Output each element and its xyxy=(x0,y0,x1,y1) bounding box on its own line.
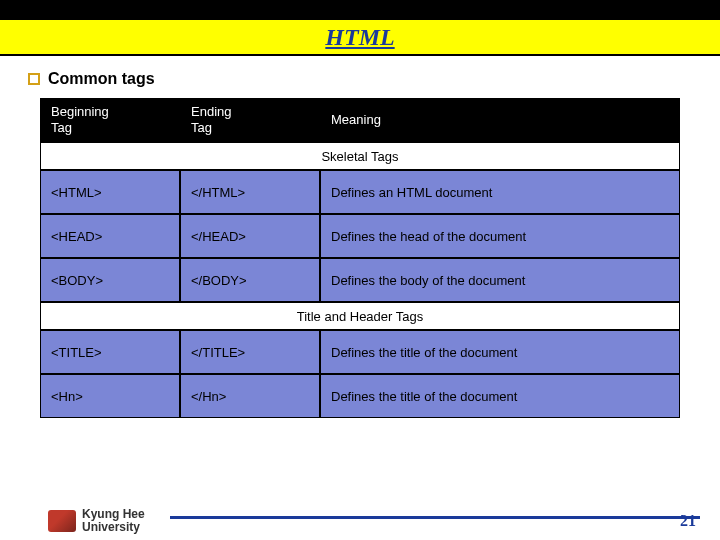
table-row: <TITLE> </TITLE> Defines the title of th… xyxy=(40,330,680,374)
section-title: Skeletal Tags xyxy=(40,142,680,170)
cell-end: </Hn> xyxy=(180,374,320,418)
cell-begin: <TITLE> xyxy=(40,330,180,374)
section-row: Skeletal Tags xyxy=(40,142,680,170)
university-logo-icon xyxy=(48,510,76,532)
table-row: <HTML> </HTML> Defines an HTML document xyxy=(40,170,680,214)
cell-begin: <HTML> xyxy=(40,170,180,214)
cell-begin: <HEAD> xyxy=(40,214,180,258)
header-meaning: Meaning xyxy=(320,98,680,142)
cell-end: </HTML> xyxy=(180,170,320,214)
cell-begin: <BODY> xyxy=(40,258,180,302)
cell-end: </HEAD> xyxy=(180,214,320,258)
title-bar: HTML xyxy=(0,20,720,56)
page-number: 21 xyxy=(680,512,696,530)
table-row: <Hn> </Hn> Defines the title of the docu… xyxy=(40,374,680,418)
cell-end: </BODY> xyxy=(180,258,320,302)
section-title: Title and Header Tags xyxy=(40,302,680,330)
cell-meaning: Defines the head of the document xyxy=(320,214,680,258)
footer-branding: Kyung Hee University xyxy=(48,508,700,534)
bullet-label: Common tags xyxy=(48,70,155,88)
university-line1: Kyung Hee xyxy=(82,508,145,521)
cell-meaning: Defines the title of the document xyxy=(320,330,680,374)
bullet-heading: Common tags xyxy=(28,70,692,88)
cell-begin: <Hn> xyxy=(40,374,180,418)
slide-title: HTML xyxy=(325,24,394,51)
university-line2: University xyxy=(82,521,145,534)
footer-divider xyxy=(170,516,700,519)
table-row: <HEAD> </HEAD> Defines the head of the d… xyxy=(40,214,680,258)
university-name: Kyung Hee University xyxy=(82,508,145,534)
cell-meaning: Defines the body of the document xyxy=(320,258,680,302)
header-beginning-tag: Beginning Tag xyxy=(40,98,180,142)
section-row: Title and Header Tags xyxy=(40,302,680,330)
footer: Kyung Hee University 21 xyxy=(0,508,720,534)
cell-meaning: Defines the title of the document xyxy=(320,374,680,418)
table-row: <BODY> </BODY> Defines the body of the d… xyxy=(40,258,680,302)
header-ending-tag: Ending Tag xyxy=(180,98,320,142)
cell-end: </TITLE> xyxy=(180,330,320,374)
tags-table: Beginning Tag Ending Tag Meaning Skeleta… xyxy=(40,98,680,418)
table-header-row: Beginning Tag Ending Tag Meaning xyxy=(40,98,680,142)
content-area: Common tags Beginning Tag Ending Tag Mea… xyxy=(0,56,720,418)
bullet-square-icon xyxy=(28,73,40,85)
cell-meaning: Defines an HTML document xyxy=(320,170,680,214)
top-black-bar xyxy=(0,0,720,20)
